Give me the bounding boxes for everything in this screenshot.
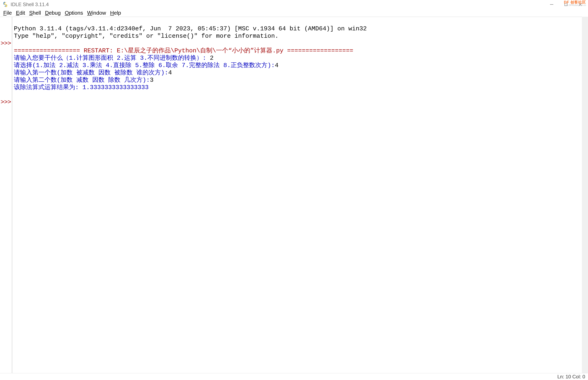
banner-line: Python 3.11.4 (tags/v3.11.4:d2340ef, Jun… — [14, 25, 367, 32]
svg-point-1 — [6, 6, 6, 6]
menu-help[interactable]: Help — [108, 9, 123, 17]
io-line: 请选择(1.加法 2.减法 3.乘法 4.直接除 5.整除 6.取余 7.完整的… — [14, 62, 278, 69]
io-line: 请输入第二个数(加数 减数 因数 除数 几次方):3 — [14, 77, 153, 84]
io-line: 请输入您要干什么（1.计算图形面积 2.运算 3.不同进制数的转换）: 2 — [14, 55, 213, 62]
close-button[interactable] — [577, 1, 584, 8]
io-line: 请输入第一个数(加数 被减数 因数 被除数 谁的次方):4 — [14, 69, 172, 76]
vertical-scrollbar[interactable] — [582, 17, 588, 373]
shell-text-area[interactable]: Python 3.11.4 (tags/v3.11.4:d2340ef, Jun… — [12, 17, 588, 373]
menu-window[interactable]: Window — [85, 9, 108, 17]
svg-rect-3 — [565, 3, 567, 6]
banner-line: Type "help", "copyright", "credits" or "… — [14, 33, 278, 39]
blank-line — [14, 40, 18, 47]
minimize-button[interactable] — [548, 1, 555, 8]
window-controls — [548, 0, 587, 9]
menu-edit[interactable]: Edit — [14, 9, 27, 17]
menu-shell[interactable]: Shell — [28, 9, 43, 17]
menu-debug[interactable]: Debug — [43, 9, 63, 17]
menu-file[interactable]: File — [2, 9, 14, 17]
title-bar: IDLE Shell 3.11.4 DF 创客社区 mc.DFRobot.com… — [0, 0, 588, 9]
result-line: 该除法算式运算结果为: 1.3333333333333333 — [14, 84, 149, 91]
shell-area: >>> >>> Python 3.11.4 (tags/v3.11.4:d234… — [0, 17, 588, 373]
maximize-button[interactable] — [562, 1, 570, 8]
restart-line: ================== RESTART: E:\星辰之子的作品\P… — [14, 47, 353, 54]
window-title: IDLE Shell 3.11.4 — [11, 2, 49, 7]
menu-bar: File Edit Shell Debug Options Window Hel… — [0, 9, 588, 17]
cursor-position: Ln: 10 Col: 0 — [557, 374, 585, 380]
menu-options[interactable]: Options — [63, 9, 85, 17]
idle-app-icon — [2, 1, 9, 8]
status-bar: Ln: 10 Col: 0 — [0, 373, 588, 380]
gutter-prompt: >>> — [0, 98, 11, 106]
gutter-prompt: >>> — [0, 40, 11, 47]
prompt-gutter: >>> >>> — [0, 17, 12, 373]
